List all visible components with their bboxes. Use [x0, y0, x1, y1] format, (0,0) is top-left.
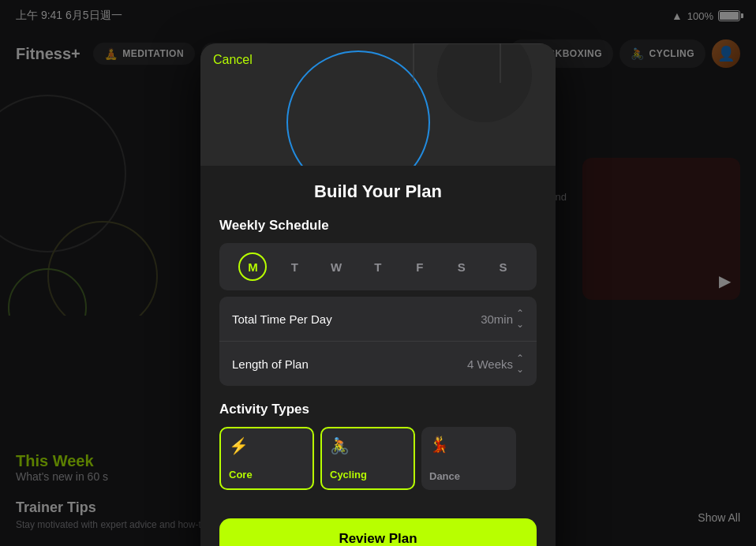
plan-length-row[interactable]: Length of Plan 4 Weeks ⌃⌄: [219, 342, 537, 386]
total-time-label: Total Time Per Day: [232, 312, 332, 326]
total-time-val: 30min: [481, 312, 513, 326]
modal-overlay: Cancel Build Your Plan Weekly Schedule M…: [0, 0, 756, 546]
svg-point-0: [287, 51, 429, 166]
review-plan-button[interactable]: Review Plan: [219, 518, 537, 546]
plan-length-label: Length of Plan: [232, 357, 309, 371]
activity-card-cycling[interactable]: 🚴 Cycling: [320, 427, 415, 490]
activity-card-dance[interactable]: 💃 Dance: [421, 427, 516, 490]
activity-cards: ⚡ Core 🚴 Cycling 💃 Dance: [219, 427, 537, 490]
plan-length-value: 4 Weeks ⌃⌄: [467, 353, 524, 375]
total-time-chevron: ⌃⌄: [516, 308, 524, 330]
core-icon: ⚡: [229, 436, 305, 455]
dance-label: Dance: [429, 470, 508, 482]
cancel-button[interactable]: Cancel: [213, 53, 253, 67]
day-friday[interactable]: F: [406, 252, 434, 281]
days-row: M T W T F S S: [219, 243, 537, 290]
settings-container: Total Time Per Day 30min ⌃⌄ Length of Pl…: [219, 297, 537, 386]
core-label: Core: [229, 469, 305, 481]
cycling-card-icon: 🚴: [330, 436, 406, 455]
total-time-row[interactable]: Total Time Per Day 30min ⌃⌄: [219, 297, 537, 342]
total-time-value: 30min ⌃⌄: [481, 308, 524, 330]
day-wednesday[interactable]: W: [322, 252, 350, 281]
activity-types-label: Activity Types: [219, 402, 537, 417]
modal-title: Build Your Plan: [219, 181, 537, 202]
day-thursday[interactable]: T: [364, 252, 392, 281]
plan-length-chevron: ⌃⌄: [516, 353, 524, 375]
activity-card-core[interactable]: ⚡ Core: [219, 427, 314, 490]
day-tuesday[interactable]: T: [280, 252, 309, 281]
plan-length-val: 4 Weeks: [467, 357, 513, 371]
day-saturday[interactable]: S: [447, 252, 476, 281]
modal-decorative-circles: [200, 43, 556, 166]
build-your-plan-modal: Cancel Build Your Plan Weekly Schedule M…: [200, 43, 556, 546]
cycling-label: Cycling: [330, 469, 406, 481]
activity-types-section: Activity Types ⚡ Core 🚴 Cycling 💃 Dance: [219, 402, 537, 490]
modal-top-visual: Cancel: [200, 43, 556, 166]
day-sunday[interactable]: S: [488, 252, 517, 281]
svg-point-1: [437, 43, 532, 122]
dance-icon: 💃: [429, 435, 508, 454]
weekly-schedule-label: Weekly Schedule: [219, 218, 537, 234]
modal-body: Build Your Plan Weekly Schedule M T W T …: [200, 166, 556, 506]
day-monday[interactable]: M: [238, 252, 267, 281]
